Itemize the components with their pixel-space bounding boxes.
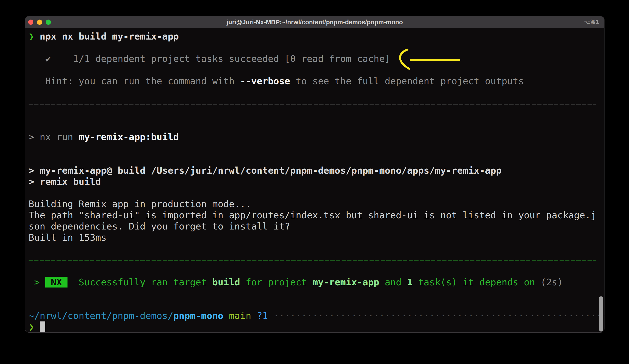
terminal-line xyxy=(29,109,604,120)
titlebar[interactable]: juri@Juri-Nx-MBP:~/nrwl/content/pnpm-dem… xyxy=(25,16,604,28)
build-output: Built in 153ms xyxy=(29,232,106,243)
terminal-line xyxy=(29,299,604,310)
cwd-path: ~/nrwl/content/pnpm-demos/ xyxy=(29,310,173,321)
divider-gray xyxy=(29,104,596,105)
build-output: son dependencies. Did you forget to inst… xyxy=(29,221,290,232)
terminal-body[interactable]: ❯ npx nx build my-remix-app ✔ 1/1 depend… xyxy=(25,28,604,332)
window-shortcut-badge: ⌥⌘1 xyxy=(583,16,600,28)
pnpm-script-line: > my-remix-app@ build /Users/juri/nrwl/c… xyxy=(29,165,502,176)
terminal-line: Hint: you can run the command with --ver… xyxy=(29,75,604,87)
git-branch: main xyxy=(229,310,251,321)
terminal-line xyxy=(29,64,604,75)
hint-text: Hint: you can run the command with xyxy=(29,76,240,86)
task-count: 1 xyxy=(407,277,413,287)
terminal-line xyxy=(29,154,604,165)
git-untracked-count: ?1 xyxy=(257,310,268,321)
terminal-line xyxy=(29,265,604,276)
project-name: my-remix-app xyxy=(312,277,379,287)
terminal-line: ✔ 1/1 dependent project tasks succeeded … xyxy=(29,53,604,64)
terminal-line xyxy=(29,142,604,154)
terminal-line: Built in 153ms xyxy=(29,232,604,243)
scrollbar-thumb[interactable] xyxy=(599,296,603,332)
nx-run-target: my-remix-app:build xyxy=(79,131,179,142)
target-name: build xyxy=(212,277,240,287)
terminal-line xyxy=(29,187,604,198)
spacer xyxy=(223,310,229,321)
terminal-line xyxy=(29,87,604,98)
terminal-line: son dependencies. Did you forget to inst… xyxy=(29,221,604,232)
terminal-window: juri@Juri-Nx-MBP:~/nrwl/content/pnpm-dem… xyxy=(25,16,605,333)
verbose-flag: --verbose xyxy=(240,76,290,86)
spacer xyxy=(268,310,274,321)
terminal-line: > my-remix-app@ build /Users/juri/nrwl/c… xyxy=(29,165,604,176)
nx-run-prefix: > nx run xyxy=(29,131,79,142)
terminal-line: > remix build xyxy=(29,176,604,187)
terminal-line: > NX Successfully ran target build for p… xyxy=(29,276,604,288)
build-output: The path "shared-ui" is imported in app/… xyxy=(29,210,596,221)
terminal-divider-line xyxy=(29,98,604,109)
terminal-line xyxy=(29,288,604,299)
terminal-line xyxy=(29,120,604,131)
terminal-line: > nx run my-remix-app:build xyxy=(29,131,604,142)
prompt-fill-dots: ········································… xyxy=(274,310,605,321)
build-output: Building Remix app in production mode... xyxy=(29,199,251,209)
terminal-line: ❯ npx nx build my-remix-app xyxy=(29,31,604,42)
nx-badge: NX xyxy=(45,277,68,287)
spacer xyxy=(251,310,257,321)
terminal-line: ~/nrwl/content/pnpm-demos/pnpm-mono main… xyxy=(29,310,604,321)
window-title: juri@Juri-Nx-MBP:~/nrwl/content/pnpm-dem… xyxy=(25,16,604,28)
block-cursor xyxy=(40,321,45,332)
duration: (2s) xyxy=(541,277,563,287)
terminal-line: Building Remix app in production mode... xyxy=(29,198,604,210)
hint-text: to see the full dependent project output… xyxy=(290,76,524,86)
terminal-line: The path "shared-ui" is imported in app/… xyxy=(29,210,604,221)
task-success-summary: ✔ 1/1 dependent project tasks succeeded … xyxy=(29,53,390,64)
prompt-chevron: ❯ xyxy=(29,31,40,42)
success-message: for project xyxy=(240,277,313,287)
success-message: and xyxy=(379,277,407,287)
terminal-line: ❯ xyxy=(29,321,604,332)
arrow-head-curve xyxy=(400,50,410,69)
success-message: task(s) it depends on xyxy=(413,277,540,287)
yellow-arrow-annotation xyxy=(391,47,464,73)
nx-result-prefix: > xyxy=(29,277,45,287)
prompt-chevron: ❯ xyxy=(29,321,40,332)
cwd-repo: pnpm-mono xyxy=(173,310,223,321)
divider-green xyxy=(29,260,596,261)
terminal-line xyxy=(29,243,604,254)
pnpm-script-line: > remix build xyxy=(29,176,101,187)
terminal-divider-line xyxy=(29,254,604,265)
terminal-line xyxy=(29,42,604,53)
success-message: Successfully ran target xyxy=(67,277,212,287)
command-text: npx nx build my-remix-app xyxy=(40,31,179,42)
